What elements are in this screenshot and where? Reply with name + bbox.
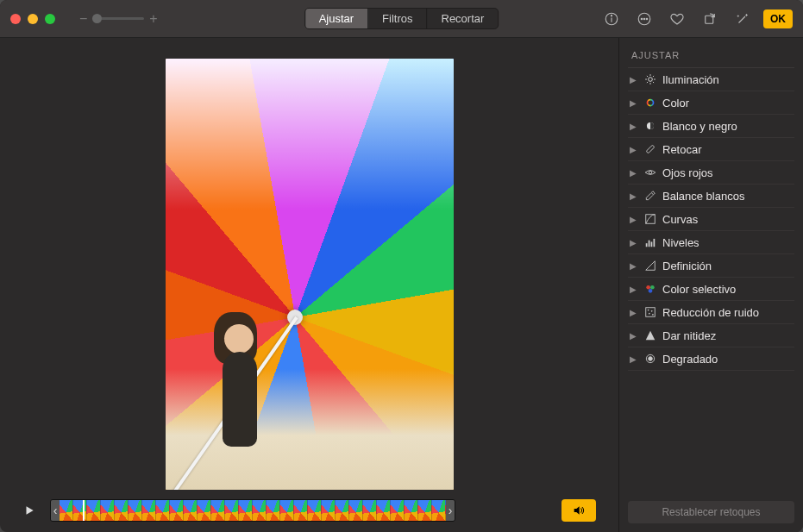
- close-window-button[interactable]: [10, 14, 21, 24]
- adjust-label: Iluminación: [662, 73, 719, 86]
- tab-crop[interactable]: Recortar: [428, 9, 499, 28]
- adjust-label: Dar nitidez: [662, 329, 716, 342]
- zoom-slider[interactable]: − +: [79, 11, 158, 27]
- noise-icon: [643, 305, 657, 319]
- svg-point-27: [649, 357, 653, 361]
- svg-point-25: [652, 314, 653, 315]
- svg-point-20: [649, 289, 653, 293]
- adjust-vignette[interactable]: ▶ Degradado: [628, 347, 794, 371]
- chevron-right-icon: ▶: [630, 168, 638, 178]
- color-icon: [643, 96, 657, 110]
- chevron-right-icon: ▶: [630, 308, 638, 317]
- svg-rect-17: [654, 239, 656, 247]
- curves-icon: [643, 212, 657, 226]
- svg-point-9: [648, 100, 654, 106]
- svg-point-5: [643, 18, 645, 20]
- adjustment-list: ▶ Iluminación ▶ Color ▶ Blanco y negro ▶: [628, 68, 794, 371]
- adjust-light[interactable]: ▶ Iluminación: [628, 68, 794, 91]
- zoom-knob[interactable]: [92, 14, 102, 23]
- sidebar-header: AJUSTAR: [628, 45, 794, 68]
- edit-mode-tabs: Ajustar Filtros Recortar: [304, 8, 499, 29]
- play-button[interactable]: [17, 501, 41, 520]
- fullscreen-window-button[interactable]: [45, 14, 55, 24]
- vignette-icon: [643, 352, 657, 366]
- levels-icon: [643, 235, 657, 249]
- adjust-definition[interactable]: ▶ Definición: [628, 254, 794, 278]
- chevron-right-icon: ▶: [630, 238, 638, 247]
- chevron-right-icon: ▶: [630, 354, 638, 364]
- photos-edit-window: − + Ajustar Filtros Recortar: [0, 0, 803, 532]
- adjust-label: Balance blancos: [662, 190, 744, 203]
- svg-rect-14: [646, 243, 648, 247]
- chevron-right-icon: ▶: [630, 331, 638, 341]
- svg-point-8: [649, 78, 653, 82]
- tab-adjust[interactable]: Ajustar: [305, 9, 368, 28]
- bw-icon: [643, 119, 657, 133]
- video-controls: ‹ ›: [0, 499, 618, 525]
- playhead[interactable]: [83, 499, 85, 522]
- svg-rect-16: [651, 241, 653, 247]
- adjust-bw[interactable]: ▶ Blanco y negro: [628, 115, 794, 138]
- adjust-retouch[interactable]: ▶ Retocar: [628, 138, 794, 161]
- trim-end-handle[interactable]: ›: [446, 500, 455, 521]
- reset-adjustments-button[interactable]: Restablecer retoques: [628, 501, 794, 523]
- adjust-label: Reducción de ruido: [662, 306, 759, 319]
- done-button[interactable]: OK: [763, 9, 793, 28]
- eye-icon: [643, 166, 657, 179]
- adjust-levels[interactable]: ▶ Niveles: [628, 231, 794, 254]
- canvas-area: ‹ ›: [0, 38, 618, 532]
- adjust-label: Blanco y negro: [662, 120, 737, 133]
- photo[interactable]: [166, 59, 454, 490]
- adjust-curves[interactable]: ▶ Curvas: [628, 208, 794, 231]
- svg-point-2: [611, 15, 612, 16]
- svg-point-24: [649, 313, 649, 314]
- light-icon: [643, 72, 657, 86]
- svg-point-23: [651, 310, 652, 311]
- adjust-label: Ojos rojos: [662, 166, 713, 179]
- chevron-right-icon: ▶: [630, 261, 638, 271]
- svg-point-12: [649, 171, 652, 174]
- adjust-label: Color selectivo: [662, 283, 736, 296]
- tab-filters[interactable]: Filtros: [368, 9, 427, 28]
- adjust-color[interactable]: ▶ Color: [628, 91, 794, 115]
- chevron-right-icon: ▶: [630, 145, 638, 154]
- sound-button[interactable]: [561, 499, 596, 522]
- auto-enhance-icon[interactable]: [731, 9, 755, 29]
- titlebar: − + Ajustar Filtros Recortar: [0, 0, 803, 38]
- adjust-white-balance[interactable]: ▶ Balance blancos: [628, 185, 794, 208]
- zoom-minus-icon: −: [79, 11, 87, 27]
- info-icon[interactable]: [599, 9, 624, 29]
- favorite-icon[interactable]: [665, 9, 689, 29]
- minimize-window-button[interactable]: [28, 14, 38, 24]
- adjust-label: Color: [662, 97, 689, 110]
- svg-rect-11: [646, 145, 655, 153]
- window-controls: [10, 14, 55, 24]
- more-icon[interactable]: [632, 9, 656, 29]
- zoom-plus-icon: +: [149, 11, 157, 27]
- svg-rect-13: [646, 215, 656, 224]
- selective-color-icon: [643, 282, 657, 296]
- chevron-right-icon: ▶: [630, 191, 638, 201]
- svg-rect-21: [646, 308, 656, 317]
- chevron-right-icon: ▶: [630, 75, 638, 84]
- adjust-label: Niveles: [662, 236, 699, 249]
- bandage-icon: [643, 142, 657, 156]
- adjust-selective-color[interactable]: ▶ Color selectivo: [628, 278, 794, 301]
- adjust-label: Retocar: [662, 143, 702, 156]
- adjust-noise-reduction[interactable]: ▶ Reducción de ruido: [628, 301, 794, 324]
- timeline-frames: [60, 500, 446, 521]
- timeline-scrubber[interactable]: ‹ ›: [50, 499, 455, 522]
- eyedropper-icon: [643, 189, 657, 203]
- trim-start-handle[interactable]: ‹: [51, 500, 60, 521]
- rotate-icon[interactable]: [698, 9, 722, 29]
- chevron-right-icon: ▶: [630, 122, 638, 131]
- zoom-track[interactable]: [92, 17, 144, 20]
- adjust-label: Curvas: [662, 213, 698, 226]
- svg-point-6: [646, 18, 648, 20]
- adjust-sharpen[interactable]: ▶ Dar nitidez: [628, 324, 794, 347]
- svg-point-22: [648, 310, 649, 310]
- definition-icon: [643, 259, 657, 272]
- photo-viewport: [0, 48, 618, 499]
- adjust-redeye[interactable]: ▶ Ojos rojos: [628, 161, 794, 185]
- sharpen-icon: [643, 329, 657, 342]
